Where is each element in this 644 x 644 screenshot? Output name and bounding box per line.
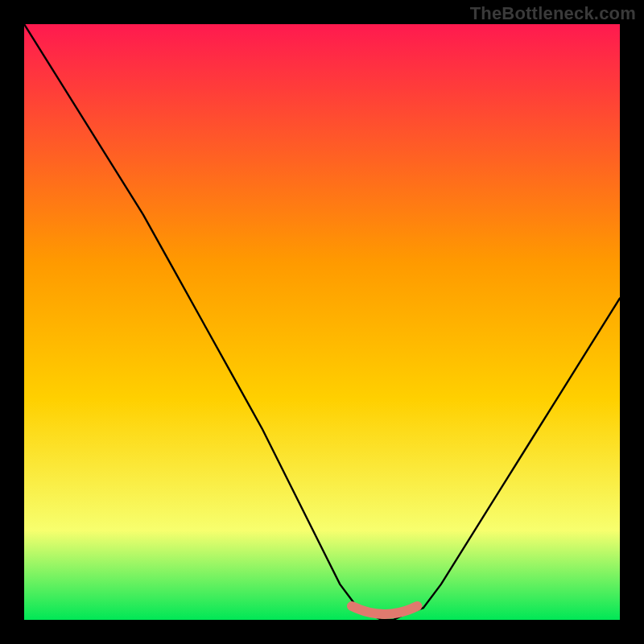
bottleneck-chart: [24, 24, 620, 620]
chart-frame: TheBottleneck.com: [0, 0, 644, 644]
watermark-label: TheBottleneck.com: [470, 3, 636, 24]
gradient-background: [24, 24, 620, 620]
plot-area: [24, 24, 620, 620]
